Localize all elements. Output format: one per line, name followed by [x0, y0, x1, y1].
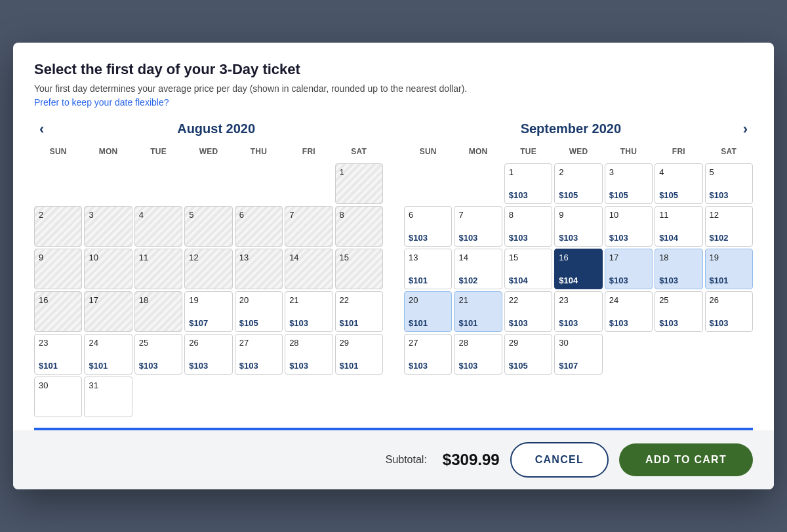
- day-cell[interactable]: 7$103: [454, 206, 502, 247]
- sep-sun-header: SUN: [404, 144, 452, 161]
- day-cell: 13: [235, 249, 283, 289]
- september-grid: SUN MON TUE WED THU FRI SAT 1$103 2$105 …: [404, 144, 753, 375]
- day-cell[interactable]: 3$105: [605, 163, 653, 204]
- aug-thu-header: THU: [235, 144, 283, 161]
- day-cell: 12: [184, 249, 232, 289]
- day-cell[interactable]: 29$105: [504, 334, 552, 375]
- sep-fri-header: FRI: [655, 144, 702, 161]
- sep-mon-header: MON: [454, 144, 502, 161]
- day-cell[interactable]: 23$103: [554, 291, 602, 332]
- august-grid: SUN MON TUE WED THU FRI SAT 1 2: [34, 144, 383, 417]
- subtotal-label: Subtotal:: [386, 454, 427, 466]
- day-cell: 1: [335, 163, 383, 204]
- aug-empty: [335, 377, 383, 417]
- aug-empty: [184, 163, 232, 204]
- sep-empty: [705, 334, 753, 375]
- day-cell[interactable]: 28$103: [285, 334, 333, 375]
- sep-thu-header: THU: [605, 144, 653, 161]
- subtotal-amount: $309.99: [443, 451, 500, 469]
- day-cell[interactable]: 21$101: [454, 291, 502, 332]
- day-cell: 18: [134, 291, 182, 332]
- day-cell[interactable]: 18$103: [655, 249, 702, 289]
- september-title: September 2020: [404, 121, 738, 136]
- day-cell[interactable]: 23$101: [34, 334, 82, 375]
- day-cell: 11: [134, 249, 182, 289]
- day-cell: 15: [335, 249, 383, 289]
- day-cell-selected[interactable]: 16$104: [554, 249, 602, 289]
- day-cell: 14: [285, 249, 333, 289]
- calendars-row: ‹ August 2020 SUN MON TUE WED THU FRI SA…: [34, 121, 753, 417]
- august-calendar: ‹ August 2020 SUN MON TUE WED THU FRI SA…: [34, 121, 383, 417]
- day-cell[interactable]: 26$103: [184, 334, 232, 375]
- day-cell[interactable]: 24$103: [605, 291, 653, 332]
- aug-sat-header: SAT: [335, 144, 383, 161]
- day-cell: 4: [134, 206, 182, 247]
- day-cell: 16: [34, 291, 82, 332]
- sep-empty: [454, 163, 502, 204]
- sep-empty: [605, 334, 653, 375]
- day-cell[interactable]: 6$103: [404, 206, 452, 247]
- day-cell[interactable]: 22$101: [335, 291, 383, 332]
- day-cell[interactable]: 11$104: [655, 206, 702, 247]
- day-cell[interactable]: 19$101: [705, 249, 753, 289]
- aug-sun-header: SUN: [34, 144, 82, 161]
- aug-fri-header: FRI: [285, 144, 333, 161]
- day-cell[interactable]: 12$102: [705, 206, 753, 247]
- day-cell[interactable]: 15$104: [504, 249, 552, 289]
- day-cell[interactable]: 29$101: [335, 334, 383, 375]
- sep-empty: [655, 334, 702, 375]
- next-month-button[interactable]: ›: [738, 122, 753, 136]
- day-cell[interactable]: 24$101: [84, 334, 132, 375]
- day-cell: 7: [285, 206, 333, 247]
- aug-empty: [84, 163, 132, 204]
- sep-sat-header: SAT: [705, 144, 753, 161]
- day-cell[interactable]: 13$101: [404, 249, 452, 289]
- add-to-cart-button[interactable]: ADD TO CART: [619, 443, 753, 476]
- day-cell[interactable]: 27$103: [235, 334, 283, 375]
- day-cell[interactable]: 9$103: [554, 206, 602, 247]
- day-cell[interactable]: 25$103: [655, 291, 702, 332]
- day-cell[interactable]: 19$107: [184, 291, 232, 332]
- day-cell[interactable]: 5$103: [705, 163, 753, 204]
- day-cell[interactable]: 27$103: [404, 334, 452, 375]
- cancel-button[interactable]: CANCEL: [510, 442, 609, 478]
- day-cell[interactable]: 28$103: [454, 334, 502, 375]
- sep-empty: [404, 163, 452, 204]
- modal: Select the first day of your 3-Day ticke…: [13, 43, 774, 489]
- day-cell[interactable]: 1$103: [504, 163, 552, 204]
- day-cell[interactable]: 30$107: [554, 334, 602, 375]
- day-cell[interactable]: 30: [34, 377, 82, 417]
- september-header: September 2020 ›: [404, 121, 753, 136]
- flexible-link[interactable]: Prefer to keep your date flexible?: [34, 97, 169, 108]
- day-cell[interactable]: 4$105: [655, 163, 702, 204]
- day-cell[interactable]: 21$103: [285, 291, 333, 332]
- day-cell[interactable]: 20$105: [235, 291, 283, 332]
- day-cell: 2: [34, 206, 82, 247]
- modal-title: Select the first day of your 3-Day ticke…: [34, 61, 753, 78]
- day-cell[interactable]: 10$103: [605, 206, 653, 247]
- day-cell[interactable]: 31: [84, 377, 132, 417]
- aug-empty: [285, 377, 333, 417]
- august-title: August 2020: [49, 121, 383, 136]
- day-cell: 3: [84, 206, 132, 247]
- aug-empty: [235, 163, 283, 204]
- modal-body: Select the first day of your 3-Day ticke…: [13, 43, 774, 430]
- modal-footer: Subtotal: $309.99 CANCEL ADD TO CART: [13, 430, 774, 489]
- day-cell[interactable]: 25$103: [134, 334, 182, 375]
- day-cell[interactable]: 26$103: [705, 291, 753, 332]
- day-cell[interactable]: 14$102: [454, 249, 502, 289]
- day-cell[interactable]: 22$103: [504, 291, 552, 332]
- aug-tue-header: TUE: [134, 144, 182, 161]
- modal-subtitle: Your first day determines your average p…: [34, 83, 753, 94]
- day-cell: 9: [34, 249, 82, 289]
- day-cell: 6: [235, 206, 283, 247]
- september-calendar: September 2020 › SUN MON TUE WED THU FRI…: [404, 121, 753, 417]
- day-cell[interactable]: 20$101: [404, 291, 452, 332]
- day-cell: 10: [84, 249, 132, 289]
- day-cell[interactable]: 2$105: [554, 163, 602, 204]
- sep-tue-header: TUE: [504, 144, 552, 161]
- day-cell[interactable]: 8$103: [504, 206, 552, 247]
- prev-month-button[interactable]: ‹: [34, 122, 49, 136]
- day-cell: 8: [335, 206, 383, 247]
- day-cell[interactable]: 17$103: [605, 249, 653, 289]
